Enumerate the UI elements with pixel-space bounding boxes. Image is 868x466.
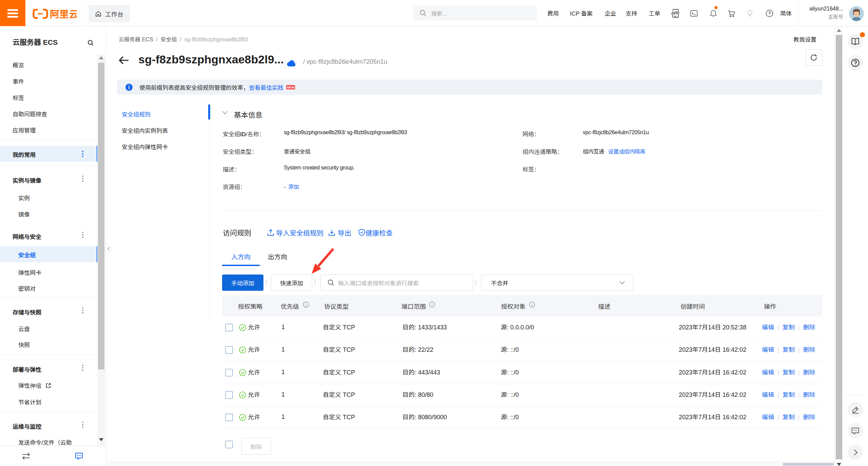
svg-text:APP: APP bbox=[671, 11, 679, 16]
svg-text:阿里云: 阿里云 bbox=[50, 8, 77, 19]
